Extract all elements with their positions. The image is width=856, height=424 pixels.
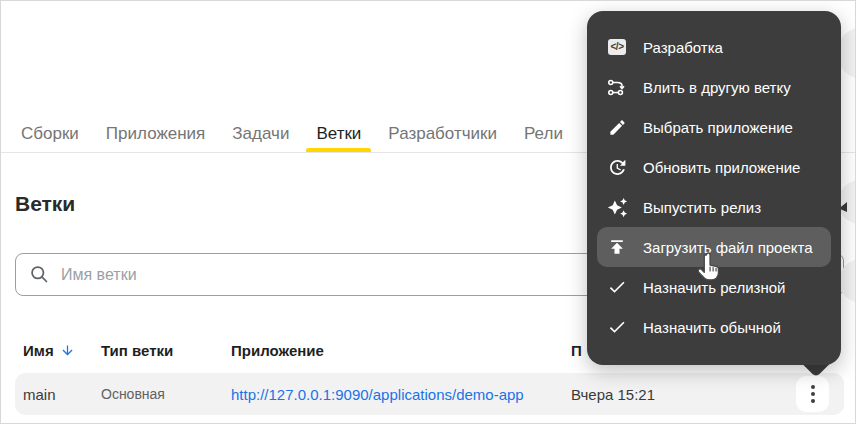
code-icon: </>	[605, 35, 629, 59]
application-link[interactable]: http://127.0.0.1:9090/applications/demo-…	[231, 386, 524, 403]
branch-context-menu: </> Разработка Влить в другую ветку	[587, 11, 841, 365]
menu-item-label: Обновить приложение	[643, 159, 800, 176]
menu-item-label: Разработка	[643, 39, 723, 56]
branches-page: Сборки Приложения Задачи Ветки Разработч…	[0, 0, 856, 424]
sparkles-icon	[605, 195, 629, 219]
tab-developers[interactable]: Разработчики	[388, 124, 497, 153]
column-header-updated: П	[571, 342, 582, 359]
merge-branch-icon	[605, 75, 629, 99]
menu-item-assign-regular-branch[interactable]: Назначить обычной	[597, 307, 831, 347]
upload-icon	[605, 235, 629, 259]
menu-item-label: Назначить релизной	[643, 279, 785, 296]
check-icon	[605, 275, 629, 299]
sort-desc-icon[interactable]	[60, 344, 75, 361]
tab-tasks[interactable]: Задачи	[232, 124, 289, 153]
branch-type-cell: Основная	[101, 386, 165, 402]
page-title: Ветки	[15, 192, 75, 216]
menu-item-assign-release-branch[interactable]: Назначить релизной	[597, 267, 831, 307]
edit-pencil-icon	[605, 115, 629, 139]
menu-item-label: Назначить обычной	[643, 319, 781, 336]
menu-item-label: Выпустить релиз	[643, 199, 761, 216]
update-icon	[605, 155, 629, 179]
row-kebab-menu-button[interactable]	[796, 376, 829, 412]
table-row: main Основная http://127.0.0.1:9090/appl…	[15, 373, 844, 415]
menu-item-upload-project-file[interactable]: Загрузить файл проекта	[597, 227, 831, 267]
menu-item-label: Загрузить файл проекта	[643, 239, 813, 256]
branch-name-cell: main	[23, 386, 56, 403]
menu-item-release[interactable]: Выпустить релиз	[597, 187, 831, 227]
menu-item-select-application[interactable]: Выбрать приложение	[597, 107, 831, 147]
tab-releases[interactable]: Рели	[524, 124, 563, 153]
menu-item-update-application[interactable]: Обновить приложение	[597, 147, 831, 187]
column-header-name-label: Имя	[23, 342, 54, 359]
top-tabbar: Сборки Приложения Задачи Ветки Разработч…	[21, 124, 563, 153]
tab-branches[interactable]: Ветки	[316, 124, 361, 153]
column-header-name[interactable]: Имя	[23, 342, 75, 361]
search-icon	[29, 264, 50, 285]
tab-applications[interactable]: Приложения	[106, 124, 205, 153]
tab-builds[interactable]: Сборки	[21, 124, 79, 153]
menu-item-merge-branch[interactable]: Влить в другую ветку	[597, 67, 831, 107]
column-header-application: Приложение	[231, 342, 324, 359]
check-icon	[605, 315, 629, 339]
column-header-type: Тип ветки	[101, 342, 173, 359]
menu-item-label: Влить в другую ветку	[643, 79, 791, 96]
menu-item-development[interactable]: </> Разработка	[597, 27, 831, 67]
updated-cell: Вчера 15:21	[571, 386, 655, 403]
menu-item-label: Выбрать приложение	[643, 119, 793, 136]
